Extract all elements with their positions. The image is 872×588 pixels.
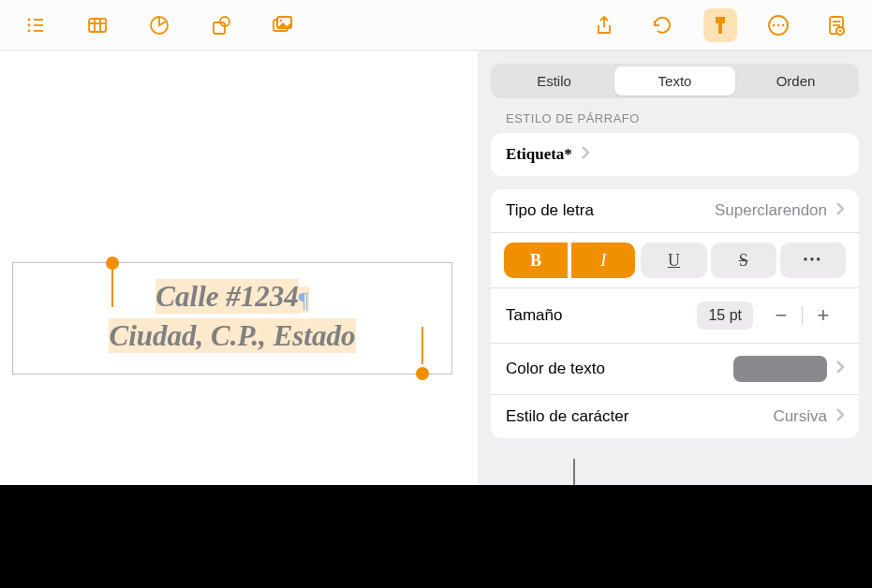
size-stepper: − +: [761, 301, 844, 331]
character-style-label: Estilo de carácter: [506, 407, 628, 426]
size-row: Tamaño 15 pt − +: [491, 288, 859, 344]
selection-start: [111, 270, 113, 307]
size-increase-button[interactable]: +: [803, 301, 844, 331]
svg-point-0: [28, 18, 31, 21]
text-properties-card: Tipo de letra Superclarendon B I U S •••…: [491, 189, 859, 438]
text-line-2: Ciudad, C.P., Estado: [109, 318, 355, 353]
text-style-buttons: B I U S •••: [491, 233, 859, 288]
svg-point-19: [777, 23, 780, 26]
svg-point-18: [773, 23, 776, 26]
svg-point-26: [839, 29, 842, 32]
svg-point-20: [782, 23, 785, 26]
paragraph-style-row[interactable]: Etiqueta*: [491, 133, 859, 176]
strikethrough-button[interactable]: S: [711, 243, 776, 278]
paragraph-style-section-label: ESTILO DE PÁRRAFO: [491, 111, 859, 125]
list-icon[interactable]: [19, 8, 52, 42]
svg-point-2: [28, 23, 31, 26]
undo-icon[interactable]: [645, 8, 679, 42]
tab-style[interactable]: Estilo: [494, 66, 614, 96]
document-canvas[interactable]: Calle #1234¶ Ciudad, C.P., Estado: [0, 51, 478, 485]
chevron-right-icon: [836, 202, 844, 219]
chevron-right-icon: [582, 146, 589, 163]
chart-icon[interactable]: [142, 8, 176, 42]
paragraph-mark-icon: ¶: [299, 287, 309, 313]
more-styles-button[interactable]: •••: [780, 243, 846, 278]
paragraph-style-card: Etiqueta*: [491, 133, 859, 176]
svg-rect-11: [214, 22, 225, 34]
media-icon[interactable]: [266, 8, 300, 42]
format-inspector: Estilo Texto Orden ESTILO DE PÁRRAFO Eti…: [478, 51, 872, 485]
text-color-label: Color de texto: [506, 360, 605, 378]
toolbar: [0, 0, 872, 51]
chevron-right-icon: [836, 360, 844, 377]
share-icon[interactable]: [587, 8, 621, 42]
tab-text[interactable]: Texto: [614, 66, 735, 96]
text-content[interactable]: Calle #1234¶ Ciudad, C.P., Estado: [22, 277, 442, 356]
font-label: Tipo de letra: [506, 201, 594, 220]
selection-end: [421, 327, 423, 364]
shape-icon[interactable]: [204, 8, 238, 42]
svg-point-4: [28, 29, 31, 32]
italic-button[interactable]: I: [571, 243, 635, 278]
bold-button[interactable]: B: [504, 243, 568, 278]
chevron-right-icon: [836, 408, 844, 425]
more-icon[interactable]: [761, 8, 795, 42]
character-style-row[interactable]: Estilo de carácter Cursiva: [491, 395, 859, 438]
selection-handle-end[interactable]: [416, 367, 429, 380]
bottom-bar: [0, 485, 872, 588]
paragraph-style-value: Etiqueta*: [506, 145, 572, 164]
character-style-value: Cursiva: [773, 407, 827, 426]
size-label: Tamaño: [506, 306, 562, 325]
text-color-swatch[interactable]: [733, 356, 827, 382]
tab-arrange[interactable]: Orden: [735, 66, 856, 96]
text-line-1: Calle #1234: [155, 279, 298, 314]
svg-point-16: [280, 19, 283, 22]
size-value[interactable]: 15 pt: [697, 301, 753, 330]
underline-button[interactable]: U: [641, 243, 706, 278]
selection-handle-start[interactable]: [106, 257, 119, 270]
inspector-tabs: Estilo Texto Orden: [491, 64, 859, 98]
svg-rect-6: [89, 19, 106, 32]
table-icon[interactable]: [81, 8, 114, 42]
text-color-row[interactable]: Color de texto: [491, 344, 859, 395]
font-row[interactable]: Tipo de letra Superclarendon: [491, 189, 859, 233]
text-box[interactable]: Calle #1234¶ Ciudad, C.P., Estado: [12, 262, 452, 375]
format-icon[interactable]: [703, 8, 737, 42]
document-icon[interactable]: [820, 8, 853, 42]
font-value: Superclarendon: [715, 201, 827, 220]
size-decrease-button[interactable]: −: [761, 301, 802, 331]
